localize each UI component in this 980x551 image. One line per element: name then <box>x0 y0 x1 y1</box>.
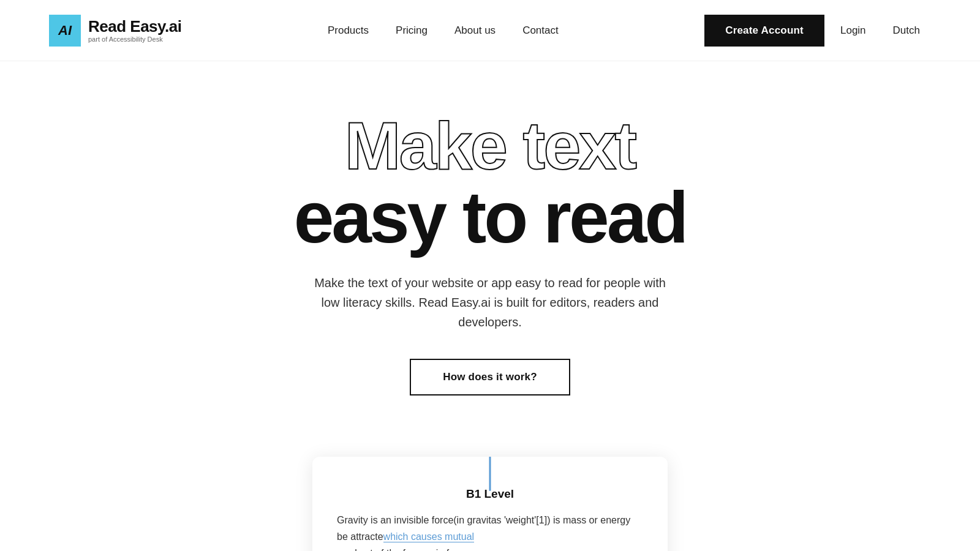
demo-text-part1: Gravity is an invisible force(in gravita… <box>337 515 630 542</box>
hero-title-outline: Make text <box>345 110 635 181</box>
hero-title-solid: easy to read <box>294 181 687 253</box>
hero-section: Make text easy to read Make the text of … <box>0 61 980 432</box>
demo-text-highlight: which causes mutual <box>383 531 475 542</box>
logo-title: Read Easy.ai <box>88 18 182 36</box>
demo-text-content: Gravity is an invisible force(in gravita… <box>337 512 643 552</box>
nav-about[interactable]: About us <box>441 20 509 42</box>
login-link[interactable]: Login <box>829 20 877 42</box>
nav-contact[interactable]: Contact <box>509 20 572 42</box>
demo-card: B1 Level Gravity is an invisible force(i… <box>312 457 668 552</box>
hero-description: Make the text of your website or app eas… <box>312 273 668 332</box>
nav-products[interactable]: Products <box>314 20 382 42</box>
logo-subtitle: part of Accessibility Desk <box>88 36 182 43</box>
demo-text-part2: weakest of the four main f <box>337 548 449 551</box>
logo-text: Read Easy.ai part of Accessibility Desk <box>88 18 182 43</box>
site-header: AI Read Easy.ai part of Accessibility De… <box>0 0 980 61</box>
logo[interactable]: AI Read Easy.ai part of Accessibility De… <box>49 15 182 47</box>
language-switcher[interactable]: Dutch <box>882 20 931 42</box>
logo-icon-text: AI <box>58 23 72 39</box>
how-it-works-button[interactable]: How does it work? <box>410 359 570 395</box>
hero-cta: How does it work? <box>410 359 570 395</box>
create-account-button[interactable]: Create Account <box>704 15 824 47</box>
demo-cursor-line <box>489 457 491 491</box>
logo-icon: AI <box>49 15 81 47</box>
demo-section: B1 Level Gravity is an invisible force(i… <box>0 432 980 552</box>
main-nav: Products Pricing About us Contact <box>314 20 572 42</box>
nav-pricing[interactable]: Pricing <box>382 20 441 42</box>
nav-right: Create Account Login Dutch <box>704 15 931 47</box>
